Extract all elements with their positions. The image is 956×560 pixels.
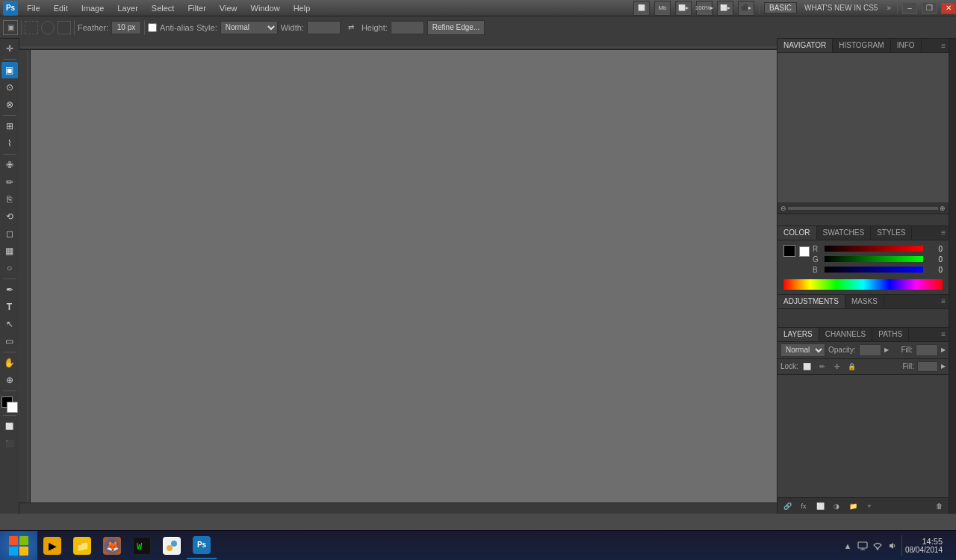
menu-layer[interactable]: Layer bbox=[111, 2, 144, 14]
lasso-tool[interactable]: ⊙ bbox=[1, 79, 18, 96]
tab-swatches[interactable]: SWATCHES bbox=[817, 226, 872, 240]
taskbar-item-photoshop[interactable]: Ps bbox=[187, 532, 217, 559]
clock[interactable]: 14:55 08/04/2014 bbox=[905, 537, 943, 554]
menu-window[interactable]: Window bbox=[245, 2, 286, 14]
marquee-tool[interactable]: ▣ bbox=[1, 62, 18, 78]
panel-icon-4[interactable]: ⬜▸ bbox=[717, 1, 733, 16]
taskbar-item-firefox[interactable]: 🦊 bbox=[97, 532, 127, 559]
layer-style-btn[interactable]: fx bbox=[797, 500, 810, 512]
tab-styles[interactable]: STYLES bbox=[871, 226, 912, 240]
marquee-rect-icon[interactable]: ▣ bbox=[3, 20, 18, 35]
adj-panel-menu[interactable]: ≡ bbox=[941, 297, 946, 305]
clone-tool[interactable]: ⎘ bbox=[1, 191, 18, 208]
anti-alias-checkbox[interactable] bbox=[148, 23, 157, 32]
expand-chevrons[interactable]: » bbox=[885, 4, 893, 12]
right-panel-scrollbar[interactable] bbox=[949, 39, 956, 514]
marquee-icon-4[interactable] bbox=[58, 21, 71, 34]
crop-tool[interactable]: ⊞ bbox=[1, 118, 18, 134]
taskbar-item-winamp[interactable]: W bbox=[127, 532, 157, 559]
start-button[interactable] bbox=[0, 531, 37, 561]
color-spectrum[interactable] bbox=[783, 279, 943, 290]
panel-icon-zoom[interactable]: 100%▸ bbox=[696, 1, 713, 16]
tab-adjustments[interactable]: ADJUSTMENTS bbox=[777, 295, 845, 308]
tab-layers[interactable]: LAYERS bbox=[777, 328, 819, 341]
tab-color[interactable]: COLOR bbox=[777, 226, 817, 240]
whats-new-btn[interactable]: WHAT'S NEW IN CS5 bbox=[801, 3, 881, 13]
history-brush-tool[interactable]: ⟲ bbox=[1, 208, 18, 225]
menu-select[interactable]: Select bbox=[146, 2, 181, 14]
fill-input-2[interactable] bbox=[917, 361, 938, 372]
minimize-btn[interactable]: – bbox=[902, 2, 917, 14]
new-layer-btn[interactable]: + bbox=[863, 500, 876, 512]
refine-edge-btn[interactable]: Refine Edge... bbox=[427, 20, 485, 35]
height-input[interactable] bbox=[391, 21, 424, 34]
panel-icon-3[interactable]: ⬜▸ bbox=[675, 1, 692, 16]
shape-tool[interactable]: ▭ bbox=[1, 333, 18, 349]
lock-all-btn[interactable]: 🔒 bbox=[846, 361, 858, 373]
close-btn[interactable]: ✕ bbox=[941, 2, 956, 14]
eraser-tool[interactable]: ◻ bbox=[1, 225, 18, 242]
menu-edit[interactable]: Edit bbox=[48, 2, 74, 14]
swap-icon[interactable]: ⇄ bbox=[344, 20, 358, 35]
adjustment-layer-btn[interactable]: ◑ bbox=[830, 500, 843, 512]
tab-navigator[interactable]: NAVIGATOR bbox=[777, 39, 833, 52]
style-dropdown[interactable]: Normal Fixed Ratio Fixed Size bbox=[220, 21, 278, 34]
r-slider[interactable] bbox=[825, 246, 923, 252]
tab-info[interactable]: INFO bbox=[891, 39, 922, 52]
restore-btn[interactable]: ❐ bbox=[922, 2, 937, 14]
zoom-in-icon[interactable]: ⊕ bbox=[940, 205, 946, 212]
background-color[interactable] bbox=[7, 402, 18, 413]
color-selector[interactable] bbox=[1, 396, 18, 413]
b-slider[interactable] bbox=[825, 267, 923, 273]
menu-filter[interactable]: Filter bbox=[181, 2, 211, 14]
tab-histogram[interactable]: HISTOGRAM bbox=[833, 39, 890, 52]
tray-icon-network[interactable] bbox=[872, 540, 884, 552]
zoom-slider[interactable] bbox=[788, 207, 938, 210]
move-tool[interactable]: ✛ bbox=[1, 40, 18, 57]
taskbar-item-mediaplayer[interactable]: ▶ bbox=[37, 532, 67, 559]
tray-icon-monitor[interactable] bbox=[857, 540, 869, 552]
blend-mode-dropdown[interactable]: Normal Multiply Screen bbox=[780, 343, 825, 357]
layer-mask-btn[interactable]: ⬜ bbox=[813, 500, 827, 512]
feather-input[interactable] bbox=[111, 21, 141, 34]
lock-image-btn[interactable]: ✏ bbox=[816, 361, 828, 373]
type-tool[interactable]: T bbox=[1, 299, 18, 315]
layers-panel-menu[interactable]: ≡ bbox=[941, 330, 946, 338]
gradient-tool[interactable]: ▦ bbox=[1, 243, 18, 259]
panel-icon-2[interactable]: Mb bbox=[654, 1, 671, 16]
marquee-icon-3[interactable] bbox=[41, 21, 55, 34]
menu-help[interactable]: Help bbox=[288, 2, 317, 14]
delete-layer-btn[interactable]: 🗑 bbox=[932, 500, 946, 512]
canvas-area[interactable] bbox=[31, 50, 777, 503]
background-swatch[interactable] bbox=[799, 246, 810, 257]
taskbar-item-paint[interactable] bbox=[157, 532, 187, 559]
tray-icon-volume[interactable] bbox=[887, 540, 898, 552]
screen-mode-btn[interactable]: ⬛ bbox=[1, 435, 18, 452]
foreground-swatch[interactable] bbox=[783, 245, 795, 257]
layer-group-btn[interactable]: 📁 bbox=[846, 500, 860, 512]
heal-tool[interactable]: ✙ bbox=[1, 157, 18, 173]
zoom-out-icon[interactable]: ⊖ bbox=[780, 205, 786, 212]
color-panel-menu[interactable]: ≡ bbox=[941, 228, 946, 237]
panel-icon-1[interactable]: ⬜ bbox=[633, 1, 650, 16]
g-slider[interactable] bbox=[825, 256, 923, 262]
pen-tool[interactable]: ✒ bbox=[1, 281, 18, 298]
link-layers-btn[interactable]: 🔗 bbox=[780, 500, 794, 512]
taskbar-item-explorer[interactable]: 📁 bbox=[67, 532, 97, 559]
opacity-input[interactable] bbox=[859, 344, 881, 356]
menu-file[interactable]: File bbox=[21, 2, 46, 14]
dodge-tool[interactable]: ○ bbox=[1, 260, 18, 276]
tab-channels[interactable]: CHANNELS bbox=[819, 328, 872, 341]
path-select-tool[interactable]: ↖ bbox=[1, 316, 18, 332]
marquee-icon-2[interactable] bbox=[25, 21, 38, 34]
nav-panel-menu[interactable]: ≡ bbox=[941, 42, 946, 50]
eyedropper-tool[interactable]: ⌇ bbox=[1, 135, 18, 152]
lock-transparent-btn[interactable]: ⬜ bbox=[801, 361, 813, 373]
width-input[interactable] bbox=[307, 21, 341, 34]
zoom-tool[interactable]: ⊕ bbox=[1, 372, 18, 388]
tray-icon-chevron[interactable]: ▲ bbox=[842, 540, 854, 552]
hand-tool[interactable]: ✋ bbox=[1, 355, 18, 371]
tab-paths[interactable]: PATHS bbox=[872, 328, 909, 341]
brush-tool[interactable]: ✏ bbox=[1, 174, 18, 190]
tab-masks[interactable]: MASKS bbox=[845, 295, 884, 308]
